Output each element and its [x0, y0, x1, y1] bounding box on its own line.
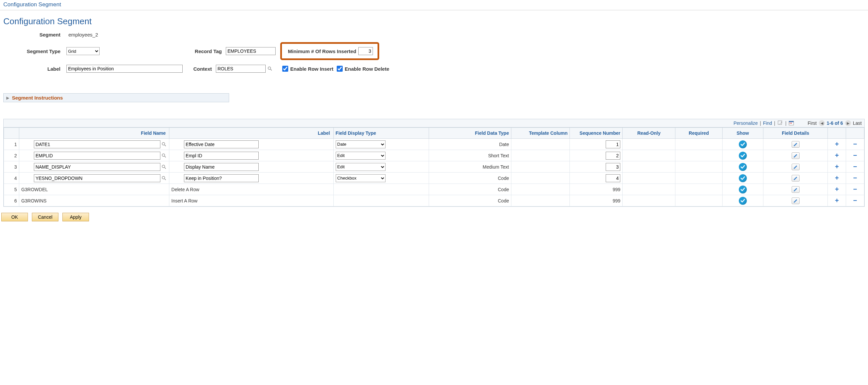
delete-row-cell: − [846, 150, 864, 161]
display-type-select[interactable]: Edit [336, 163, 385, 171]
template-column-cell [511, 195, 570, 206]
show-check-icon[interactable] [739, 186, 747, 193]
field-details-button[interactable] [792, 197, 800, 204]
add-row-cell: + [828, 195, 846, 206]
label-input[interactable] [66, 65, 183, 73]
display-type-select[interactable]: Checkbox [336, 174, 385, 182]
field-details-button[interactable] [792, 186, 800, 193]
add-row-button[interactable]: + [834, 141, 840, 147]
display-type-select[interactable]: Edit [336, 152, 385, 160]
add-row-button[interactable]: + [834, 197, 840, 203]
personalize-link[interactable]: Personalize [734, 121, 758, 126]
field-name-input[interactable] [34, 140, 160, 148]
show-check-icon[interactable] [739, 174, 747, 182]
row-number: 3 [4, 161, 19, 172]
delete-row-cell: − [846, 195, 864, 206]
col-header-readonly[interactable]: Read-Only [623, 128, 675, 139]
svg-rect-5 [789, 123, 790, 124]
field-name-input[interactable] [34, 174, 160, 182]
sequence-input[interactable] [606, 140, 620, 148]
delete-row-button[interactable]: − [852, 186, 858, 192]
sequence-input[interactable] [606, 152, 620, 160]
enable-row-delete-checkbox[interactable] [337, 66, 343, 72]
sequence-cell: 999 [570, 195, 623, 206]
add-row-button[interactable]: + [834, 152, 840, 158]
data-type-cell: Short Text [429, 150, 511, 161]
col-header-label[interactable]: Label [169, 128, 334, 139]
show-check-icon[interactable] [739, 197, 747, 205]
field-name-lookup-icon[interactable] [161, 141, 167, 148]
segment-instructions-collapse[interactable]: ▶ Segment Instructions [3, 93, 229, 102]
ok-button[interactable]: OK [1, 213, 28, 221]
col-header-template-column[interactable]: Template Column [511, 128, 570, 139]
sequence-input[interactable] [606, 174, 620, 182]
field-details-button[interactable] [792, 164, 800, 170]
download-icon[interactable] [788, 120, 794, 126]
cancel-button[interactable]: Cancel [32, 213, 58, 221]
display-type-select[interactable]: Date [336, 140, 385, 148]
col-header-required[interactable]: Required [675, 128, 722, 139]
field-name-cell [19, 150, 169, 161]
next-arrow-icon[interactable]: ▶ [845, 120, 851, 126]
delete-row-button[interactable]: − [852, 164, 858, 170]
field-name-cell [19, 172, 169, 184]
display-type-cell: Edit [333, 150, 429, 161]
enable-row-delete-wrap[interactable]: Enable Row Delete [335, 65, 389, 73]
show-check-icon[interactable] [739, 140, 747, 148]
find-link[interactable]: Find [763, 121, 772, 126]
col-header-field-name[interactable]: Field Name [19, 128, 169, 139]
label-cell [169, 150, 334, 161]
field-name-lookup-icon[interactable] [161, 175, 167, 182]
svg-point-9 [162, 154, 165, 156]
row-label-input[interactable] [184, 163, 259, 171]
col-header-sequence[interactable]: Sequence Number [570, 128, 623, 139]
record-tag-input[interactable] [226, 47, 276, 55]
col-header-show[interactable]: Show [722, 128, 764, 139]
readonly-cell [623, 150, 675, 161]
svg-rect-6 [791, 123, 792, 124]
field-details-button[interactable] [792, 175, 800, 182]
display-type-cell [333, 184, 429, 195]
col-header-details[interactable]: Field Details [764, 128, 828, 139]
enable-row-insert-wrap[interactable]: Enable Row Insert [281, 65, 333, 73]
context-input[interactable] [216, 65, 266, 73]
show-check-icon[interactable] [739, 152, 747, 160]
delete-row-button[interactable]: − [852, 152, 858, 158]
add-row-button[interactable]: + [834, 175, 840, 181]
context-lookup-icon[interactable] [267, 65, 273, 72]
field-name-input[interactable] [34, 163, 160, 171]
breadcrumb-link[interactable]: Configuration Segment [0, 0, 868, 10]
collapse-arrow-icon: ▶ [6, 96, 9, 100]
col-header-display-type[interactable]: Field Display Type [333, 128, 429, 139]
field-name-cell [19, 161, 169, 172]
zoom-icon[interactable] [777, 120, 783, 126]
field-details-button[interactable] [792, 152, 800, 159]
delete-row-button[interactable]: − [852, 175, 858, 181]
delete-row-button[interactable]: − [852, 197, 858, 203]
last-label[interactable]: Last [853, 121, 862, 126]
sequence-input[interactable] [606, 163, 620, 171]
min-rows-input[interactable] [358, 47, 373, 55]
sequence-cell [570, 161, 623, 172]
required-cell [675, 172, 722, 184]
row-label-input[interactable] [184, 174, 259, 182]
show-check-icon[interactable] [739, 163, 747, 171]
field-name-lookup-icon[interactable] [161, 164, 167, 170]
add-row-button[interactable]: + [834, 164, 840, 170]
row-label-input[interactable] [184, 152, 259, 160]
apply-button[interactable]: Apply [62, 213, 89, 221]
segment-type-select[interactable]: Grid [66, 47, 100, 55]
row-label-input[interactable] [184, 140, 259, 148]
delete-row-button[interactable]: − [852, 141, 858, 147]
enable-row-insert-checkbox[interactable] [282, 66, 288, 72]
prev-arrow-icon[interactable]: ◀ [819, 120, 825, 126]
field-name-lookup-icon[interactable] [161, 152, 167, 159]
readonly-cell [623, 195, 675, 206]
show-cell [722, 139, 764, 150]
col-header-data-type[interactable]: Field Data Type [429, 128, 511, 139]
add-row-button[interactable]: + [834, 186, 840, 192]
row-number: 2 [4, 150, 19, 161]
field-details-button[interactable] [792, 141, 800, 148]
field-name-input[interactable] [34, 152, 160, 160]
first-label[interactable]: First [808, 121, 816, 126]
